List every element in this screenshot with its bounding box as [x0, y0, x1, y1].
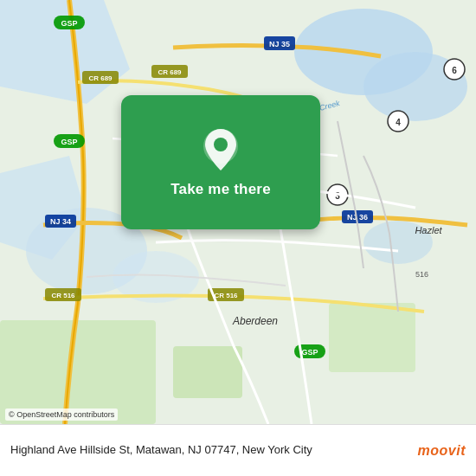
map-container: GSP GSP NJ 35 CR 689 CR 689 NJ 34 NJ 36 … [0, 0, 476, 424]
svg-text:Hazlet: Hazlet [415, 225, 442, 235]
svg-text:CR 689: CR 689 [158, 68, 182, 76]
svg-text:CR 516: CR 516 [51, 292, 75, 299]
svg-rect-9 [173, 346, 242, 398]
svg-text:CR 516: CR 516 [214, 292, 238, 299]
svg-text:4: 4 [396, 118, 401, 127]
bottom-bar: Highland Ave Hillside St, Matawan, NJ 07… [0, 424, 476, 476]
take-me-there-card[interactable]: Take me there [121, 95, 320, 229]
moovit-logo: moovit [418, 443, 466, 459]
svg-text:Aberdeen: Aberdeen [232, 315, 278, 327]
moovit-wordmark: moovit [418, 443, 466, 459]
address-text: Highland Ave Hillside St, Matawan, NJ 07… [10, 443, 411, 458]
svg-rect-10 [329, 303, 415, 372]
svg-text:GSP: GSP [61, 19, 77, 28]
svg-text:GSP: GSP [61, 138, 77, 146]
svg-text:516: 516 [415, 270, 428, 279]
svg-text:CR 689: CR 689 [88, 74, 113, 82]
svg-text:NJ 34: NJ 34 [50, 217, 71, 226]
location-pin-icon [202, 127, 240, 174]
osm-credit: © OpenStreetMap contributors [5, 408, 118, 421]
svg-text:NJ 35: NJ 35 [269, 40, 290, 48]
take-me-there-label: Take me there [170, 181, 271, 198]
svg-text:6: 6 [452, 66, 457, 75]
svg-point-42 [214, 138, 228, 151]
svg-text:GSP: GSP [301, 348, 318, 357]
